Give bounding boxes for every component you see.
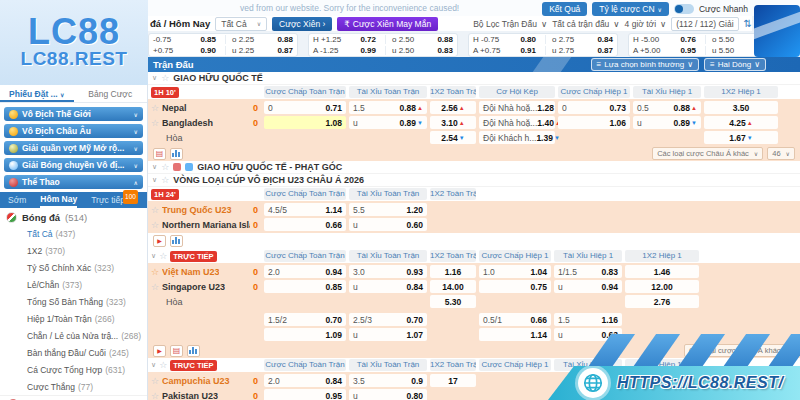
time-range-select[interactable]: 4 giờ tới∨ [625,19,667,29]
all-select[interactable]: Tất Cả∨ [215,17,267,31]
sidebar-subtab[interactable]: Sớm [8,193,26,207]
odds-cell[interactable]: 2.76 [625,295,699,308]
odds-cell[interactable]: 12.00 [625,280,699,293]
odds-cell[interactable]: 14.00 [430,280,476,293]
favorite-star-icon[interactable]: ☆ [161,175,169,185]
odds-cell[interactable]: 2.5/30.70 [349,313,427,326]
odds-cell[interactable]: u0.84 [349,280,427,293]
bet-grid-icon[interactable]: ▤ [170,345,183,357]
promo-image[interactable] [754,5,800,57]
sidebar-market-item[interactable]: Lẻ/Chẵn(373) [0,276,147,293]
sidebar-accordion[interactable]: Vô Địch Thế Giới ∨ [4,107,143,121]
odds-summary-row[interactable]: A +0.750.91 u 2.750.87 [473,45,613,56]
favorite-star-icon[interactable]: ☆ [161,162,169,172]
odds-cell[interactable]: 2.00.84 [264,374,346,387]
stats-icon[interactable] [170,235,183,247]
odds-cell[interactable]: 1.51.16 [554,313,622,326]
quick-bet-toggle[interactable] [674,4,694,14]
odds-cell[interactable]: 17 [430,374,476,387]
odds-cell[interactable]: 1.67▼ [704,131,778,144]
sidebar-accordion[interactable]: Thể Thao ∧ [4,175,143,189]
sidebar-accordion[interactable]: Giải Bóng chuyền Vô đị... ∨ [4,158,143,172]
odds-cell[interactable]: 1.08 [264,116,346,129]
live-play-icon[interactable]: ▶ [153,345,166,357]
odds-type-button[interactable]: Tỷ lệ cược CN∨ [592,2,669,16]
favorite-star-icon[interactable]: ☆ [151,118,159,128]
odds-summary-row[interactable]: A +5.000.95 u 5.50 [633,45,773,56]
sidebar-market-item[interactable]: Bàn thắng Đầu/ Cuối(245) [0,344,147,361]
odds-cell[interactable]: 0.66 [264,218,346,231]
odds-cell[interactable]: 1.16 [430,265,476,278]
odds-cell[interactable]: u0.94 [554,280,622,293]
league-header[interactable]: ∨ ☆GIAO HỮU QUỐC TẾ - PHẠT GÓC [148,161,800,174]
normal-selection-button[interactable]: ≡Lựa chọn bình thường∨ [591,58,700,71]
sidebar-subtab[interactable]: Trực tiếp100 [91,193,125,207]
favorite-star-icon[interactable]: ☆ [159,251,167,261]
brand-logo[interactable]: LC88 LC88.REST [0,0,148,85]
all-matches-select[interactable]: Tất cả trận đấu∨ [552,19,619,29]
odds-cell[interactable]: 4.25▲ [704,116,778,129]
sidebar-tab-0[interactable]: Phiếu Đặt ... ∨ [0,85,74,102]
sidebar-other-sport[interactable]: Bóng Đá Saba (43) [0,395,147,400]
favorite-star-icon[interactable]: ☆ [159,360,167,370]
favorite-star-icon[interactable]: ☆ [151,220,159,230]
odds-cell[interactable]: 3.00.93 [349,265,427,278]
odds-cell[interactable]: u0.80 [349,389,427,400]
odds-cell[interactable]: 1.09 [264,328,346,341]
sidebar-market-item[interactable]: Cược Thắng(77) [0,378,147,395]
two-line-button[interactable]: ≡Hai Dòng∨ [704,58,766,71]
league-header[interactable]: ∨ ☆VÒNG LOẠI CÚP VÔ ĐỊCH U23 CHÂU Á 2026 [148,174,800,187]
odds-cell[interactable]: 00.73 [558,101,630,114]
lucky-parlay-button[interactable]: ₹Cược Xiên May Mắn [337,17,438,31]
odds-cell[interactable]: Đội Nhà hoặ...1.28 [479,101,555,114]
odds-cell[interactable]: u0.89▼ [633,116,701,129]
odds-cell[interactable]: 2.56▲ [430,101,476,114]
odds-summary-row[interactable]: H +1.250.72 o 2.500.88 [313,34,453,45]
odds-cell[interactable]: 1/1.50.83 [554,265,622,278]
odds-cell[interactable]: Đội Nhà hoặ...1.40▲ [479,116,555,129]
sidebar-tab-1[interactable]: Bảng Cược [74,85,148,102]
odds-cell[interactable]: 5.30 [430,295,476,308]
sidebar-market-item[interactable]: Tất Cả(437) [0,225,147,242]
results-button[interactable]: Kết Quả [542,2,587,16]
page-size-select[interactable]: 46 ∨ [767,147,795,160]
odds-summary-row[interactable]: H -0.750.80 o 2.750.84 [473,34,613,45]
more-bets-select[interactable]: Các loại cược Châu Á khác ∨ [652,147,763,160]
favorite-star-icon[interactable]: ☆ [151,267,159,277]
match-filter-select[interactable]: Bộ Lọc Trận Đấu∨ [473,19,547,29]
sidebar-market-item[interactable]: Chẵn / Lẻ của Nửa trậ...(268) [0,327,147,344]
sidebar-market-item[interactable]: 1X2(370) [0,242,147,259]
favorite-star-icon[interactable]: ☆ [151,391,159,400]
favorite-star-icon[interactable]: ☆ [151,103,159,113]
stats-icon[interactable] [170,148,183,160]
odds-cell[interactable]: 00.71 [264,101,346,114]
sidebar-accordion[interactable]: Vô Địch Châu Âu ∨ [4,124,143,138]
odds-cell[interactable]: 1.01.04 [479,265,551,278]
sort-icon[interactable]: ⇅ [744,18,752,29]
odds-cell[interactable]: 2.54▼ [430,131,476,144]
odds-cell[interactable]: 1.46 [625,265,699,278]
live-play-icon[interactable]: ▶ [153,235,166,247]
odds-cell[interactable]: 1.50.88▲ [349,101,427,114]
odds-summary-row[interactable]: +0.750.90 u 2.250.87 [153,45,293,56]
favorite-star-icon[interactable]: ☆ [151,282,159,292]
odds-cell[interactable]: Đội Khách h...1.39▼ [479,131,555,144]
odds-cell[interactable]: 1.06 [558,116,630,129]
odds-cell[interactable]: 1.5/20.70 [264,313,346,326]
sidebar-market-item[interactable]: Cá Cược Tổng Hợp(631) [0,361,147,378]
sidebar-accordion[interactable]: Giải quần vợt Mỹ Mở rộ... ∨ [4,141,143,155]
parlay-button[interactable]: Cược Xiên › [272,17,332,31]
favorite-star-icon[interactable]: ☆ [151,205,159,215]
odds-cell[interactable]: 0.5/10.66 [479,313,551,326]
odds-cell[interactable]: 2.00.94 [264,265,346,278]
sidebar-market-item[interactable]: Tổng Số Bàn Thắng(323) [0,293,147,310]
favorite-star-icon[interactable]: ☆ [161,73,169,83]
stats-icon[interactable] [187,345,200,357]
sidebar-sport-football[interactable]: Bóng đá(514) [0,208,147,225]
league-header[interactable]: ∨ ☆GIAO HỮU QUỐC TẾ [148,72,800,85]
sidebar-market-item[interactable]: Tỷ Số Chính Xác(323) [0,259,147,276]
odds-cell[interactable]: 0.50.88▲ [633,101,701,114]
odds-cell[interactable]: 4.5/51.14 [264,203,346,216]
odds-cell[interactable]: 5.51.20 [349,203,427,216]
odds-cell[interactable]: 3.50 [704,101,778,114]
